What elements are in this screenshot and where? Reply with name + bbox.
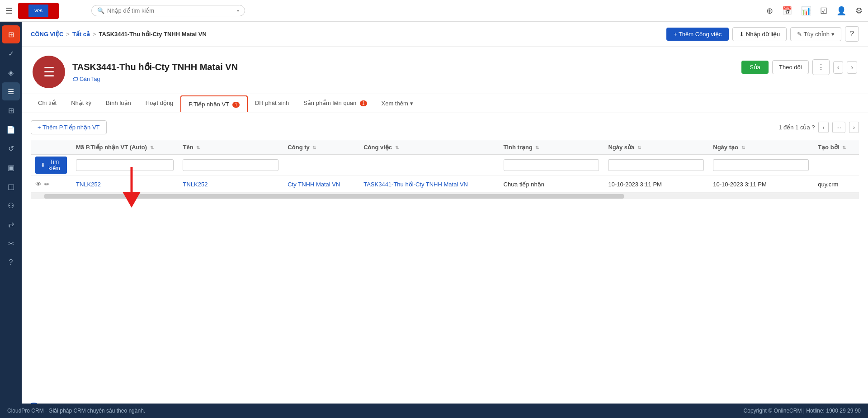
add-task-button[interactable]: + Thêm Công việc [666,28,729,41]
prev-page-button[interactable]: ‹ [818,122,828,133]
follow-button[interactable]: Theo dõi [772,60,809,74]
search-icon: 🔍 [97,7,104,14]
th-tao-boi[interactable]: Tạo bởi ⇅ [813,140,859,155]
tab-nhat-ky[interactable]: Nhật ký [64,94,99,113]
search-ma-code-input[interactable] [76,159,174,171]
sort-ma-code-icon[interactable]: ⇅ [150,145,154,150]
checkbox-icon[interactable]: ☑ [820,6,827,16]
search-ngay-sua-cell[interactable] [604,155,708,176]
search-filter-actions: ⬇ Tìm kiếm [31,155,71,176]
row-cong-viec: TASK3441-Thu hồi-Cty TNHH Matai VN [359,176,499,193]
th-cong-ty[interactable]: Công ty ⇅ [283,140,359,155]
sidebar-item-chart[interactable]: ◫ [2,177,20,195]
row-cong-viec-link[interactable]: TASK3441-Thu hồi-Cty TNHH Matai VN [363,181,468,188]
th-ma-code[interactable]: Mã P.Tiếp nhận VT (Auto) ⇅ [71,140,178,155]
breadcrumb-level1[interactable]: Tất cả [72,31,90,38]
add-icon[interactable]: ⊕ [766,6,773,16]
tab-chi-tiet[interactable]: Chi tiết [31,94,64,113]
prev-record-button[interactable]: ‹ [833,61,844,74]
tab-xem-them[interactable]: Xem thêm ▾ [374,95,420,112]
th-ngay-sua[interactable]: Ngày sửa ⇅ [604,140,708,155]
breadcrumb-actions: + Thêm Công việc ⬇ Nhập dữ liệu ✎ Tùy ch… [666,26,859,42]
sidebar-item-help[interactable]: ? [2,253,20,271]
settings-icon[interactable]: ⚙ [855,6,863,16]
search-tinh-trang-cell[interactable] [499,155,604,176]
search-bar[interactable]: 🔍 ▾ [91,5,245,16]
record-header-left: ☰ TASK3441-Thu hồi-Cty TNHH Matai VN 🏷 G… [33,56,238,88]
help-circle-button[interactable]: ? [845,26,859,42]
row-edit-icon[interactable]: ✏ [44,180,50,188]
refresh-icon: ↺ [8,144,14,153]
th-tinh-trang-label: Tình trạng [504,144,533,151]
tab-binh-luan[interactable]: Bình luận [99,94,138,113]
sort-ten-icon[interactable]: ⇅ [196,145,200,150]
sidebar-item-box[interactable]: ▣ [2,158,20,176]
user-icon[interactable]: 👤 [836,6,846,16]
th-cong-viec[interactable]: Công việc ⇅ [359,140,499,155]
sidebar-item-list[interactable]: ☰ [2,82,20,100]
row-cong-ty-link[interactable]: Cty TNHH Matai VN [288,181,340,188]
sort-cong-viec-icon[interactable]: ⇅ [395,145,399,150]
breadcrumb-sep1: > [66,31,70,38]
tabs-bar: Chi tiết Nhật ký Bình luận Hoạt động P.T… [22,94,868,113]
more-options-button[interactable]: ⋮ [812,59,830,75]
record-title-block: TASK3441-Thu hồi-Cty TNHH Matai VN 🏷 Gán… [72,62,238,82]
row-actions: 👁 ✏ [35,180,67,188]
search-ten-input[interactable] [183,159,278,171]
th-ten[interactable]: Tên ⇅ [178,140,283,155]
row-cong-ty: Cty TNHH Matai VN [283,176,359,193]
sidebar-item-tag[interactable]: ◈ [2,63,20,81]
tab-dh-phat-sinh[interactable]: ĐH phát sinh [248,94,296,113]
tab-p-tiep-nhan-vt[interactable]: P.Tiếp nhận VT 1 [180,95,248,112]
search-ngay-tao-cell[interactable] [708,155,813,176]
tag-link[interactable]: 🏷 Gán Tag [72,76,238,82]
chart-icon[interactable]: 📊 [801,6,811,16]
calendar-icon[interactable]: 📅 [782,6,792,16]
tab-san-pham-lien-quan[interactable]: Sản phẩm liên quan 1 [296,94,374,113]
sort-ngay-tao-icon[interactable]: ⇅ [741,145,745,150]
sort-tao-boi-icon[interactable]: ⇅ [842,145,846,150]
th-ngay-tao-label: Ngày tạo [713,144,738,151]
top-navbar: ☰ VPS 🔍 ▾ ⊕ 📅 📊 ☑ 👤 ⚙ [0,0,868,22]
sidebar-item-exchange[interactable]: ⇄ [2,215,20,233]
breadcrumb: CÔNG VIỆC > Tất cả > TASK3441-Thu hồi-Ct… [31,31,207,38]
arrow-container: Mã P.Tiếp nhận VT (Auto) ⇅ Tên ⇅ Công ty… [31,140,859,199]
sidebar-item-tool[interactable]: ✂ [2,234,20,252]
search-ma-code-cell[interactable] [71,155,178,176]
horizontal-scrollbar[interactable] [31,193,859,199]
hamburger-icon[interactable]: ☰ [5,6,13,16]
import-data-button[interactable]: ⬇ Nhập dữ liệu [732,27,787,41]
search-dropdown-icon[interactable]: ▾ [237,8,239,13]
exchange-icon: ⇄ [8,220,14,229]
search-ngay-sua-input[interactable] [608,159,704,171]
more-page-button[interactable]: ··· [832,122,845,133]
th-tinh-trang[interactable]: Tình trạng ⇅ [499,140,604,155]
search-ten-cell[interactable] [178,155,283,176]
search-input[interactable] [107,7,234,14]
breadcrumb-root[interactable]: CÔNG VIỆC [31,31,63,38]
th-tao-boi-label: Tạo bởi [818,144,839,151]
tab-hoat-dong[interactable]: Hoạt động [138,94,181,113]
search-ngay-tao-input[interactable] [713,159,809,171]
sort-cong-ty-icon[interactable]: ⇅ [312,145,316,150]
next-record-button[interactable]: › [847,61,857,74]
sidebar-item-refresh[interactable]: ↺ [2,139,20,157]
sort-ngay-sua-icon[interactable]: ⇅ [637,145,641,150]
sort-tinh-trang-icon[interactable]: ⇅ [535,145,539,150]
next-page-button[interactable]: › [849,122,859,133]
sidebar-item-task[interactable]: ✓ [2,44,20,62]
row-ten-link[interactable]: TNLK252 [183,181,208,188]
customize-button[interactable]: ✎ Tùy chỉnh ▾ [790,27,841,41]
row-view-icon[interactable]: 👁 [35,180,42,188]
add-p-tiep-nhan-vt-button[interactable]: + Thêm P.Tiếp nhận VT [31,120,107,134]
search-tinh-trang-input[interactable] [504,159,599,171]
edit-button[interactable]: Sửa [741,61,769,74]
sidebar-item-people[interactable]: ⚇ [2,196,20,214]
tool-icon: ✂ [8,239,14,248]
sidebar-item-doc[interactable]: 📄 [2,120,20,138]
th-ngay-tao[interactable]: Ngày tạo ⇅ [708,140,813,155]
sidebar-item-grid[interactable]: ⊞ [2,101,20,119]
sidebar-item-home[interactable]: ⊞ [2,25,20,43]
filter-search-button[interactable]: ⬇ Tìm kiếm [35,157,67,174]
row-ma-code-link[interactable]: TNLK252 [76,181,101,188]
